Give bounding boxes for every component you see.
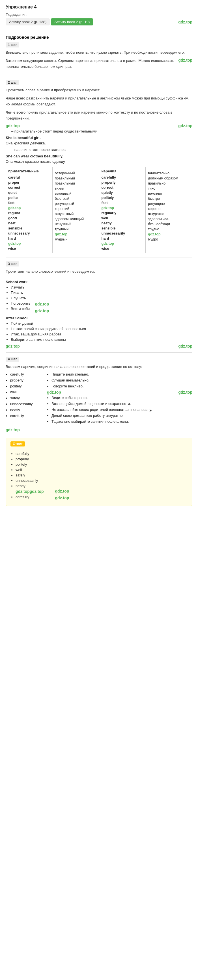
- gdz-watermark-4a: gdz.top: [47, 390, 61, 395]
- gdz-watermark-ans-c: gdz.top: [55, 489, 69, 493]
- vocab-adv-hard-ru: трудно: [148, 227, 190, 232]
- vocab-item-neat-ru: аккуратный: [55, 212, 97, 216]
- answer-right: gdz.top gdz.top: [55, 452, 69, 500]
- gdz-watermark-table4: gdz.top: [102, 205, 144, 210]
- vocab-adv-correct: correct: [102, 185, 144, 190]
- adverb-neatly: neatly: [10, 408, 42, 412]
- gdz-watermark-ans-a: gdz.top: [16, 489, 30, 494]
- adverb-safely: safely: [10, 396, 42, 400]
- step-2-note2: Легче всего понять прилагательное это ил…: [6, 110, 192, 121]
- sentence-5: Возвращайся домой в целости и сохранност…: [51, 402, 192, 406]
- step-3-text: Прочитаем начало словосочетаний и переве…: [6, 269, 192, 275]
- step-1-extra: Закончим следующие советы. Сделаем нареч…: [6, 58, 175, 70]
- vocab-item-unnecessary-ru: ненужный: [55, 221, 97, 227]
- vocab-adv-properly-ru: должным образом: [148, 176, 190, 181]
- answer-item-neatly: neatly: [16, 484, 44, 488]
- vocab-item-proper-ru: правильный: [55, 176, 97, 181]
- vocab-item-regular: regular: [8, 210, 50, 216]
- step-2-bold-sentence2: She can wear clothes beautifully.: [6, 154, 192, 158]
- vocab-item-correct-ru: правильный: [55, 181, 97, 186]
- podzadania-label: Подзадания:: [6, 13, 192, 17]
- step-3-group2-list: Пойти домой Не заставляй своих родителей…: [11, 321, 192, 342]
- vocab-col-adv-ru: внимательно должным образом правильно ти…: [146, 167, 192, 253]
- step-4: 4 шаг Вставим наречия, соединив начала с…: [6, 356, 192, 432]
- sentence-8: Тщательно выбирайте занятия после школы.: [51, 419, 192, 423]
- gdz-watermark-table3: gdz.top: [55, 232, 97, 237]
- list-item-homework: Итак, ваша домашняя работа: [11, 332, 192, 336]
- sentence-3: Говорите вежливо.: [51, 384, 192, 388]
- vocab-col-adj-en: прилагательные careful proper correct qu…: [6, 167, 53, 253]
- vocab-item-unnecessary: unnecessary: [8, 231, 50, 236]
- vocab-item-polite-ru: вежливый: [55, 191, 97, 196]
- answer-item-carefully: carefully: [16, 452, 44, 456]
- step-3-group2-label: After School: [6, 316, 192, 320]
- vocab-adv-politely-ru: вежливо: [148, 191, 190, 196]
- sentence-7: Делай свою домашнюю работу аккуратно.: [51, 414, 192, 418]
- vocab-adv-fast: fast: [102, 200, 144, 205]
- answer-left: carefully properly politely well safely …: [10, 452, 44, 500]
- step-3-group2: After School Пойти домой Не заставляй св…: [6, 316, 192, 342]
- vocab-col-adj-en-header: прилагательные: [8, 169, 50, 173]
- step-2-bold-sentence1: She is beautiful girl.: [6, 136, 192, 140]
- vocab-item-careful-ru: осторожный: [55, 171, 97, 176]
- vocab-col-adj-ru: осторожный правильный правильный тихий в…: [53, 167, 99, 253]
- step-3-badge: 3 шаг: [6, 261, 19, 266]
- vocab-item-fast: fast: [8, 200, 50, 205]
- gdz-watermark-header: gdz.top: [178, 20, 192, 24]
- vocab-item-wise: wise: [8, 246, 50, 251]
- vocab-item-sensible-ru: здравомыслящий: [55, 216, 97, 221]
- step-2-note1: Чаще всего разграничить наречия и прилаг…: [6, 95, 192, 107]
- answer-item-safely: safely: [16, 473, 44, 477]
- step-2-rule2: наречия стоят после глаголов: [11, 148, 192, 152]
- vocab-adv-neatly: neatly: [102, 221, 144, 226]
- gdz-watermark-table5: gdz.top: [102, 241, 144, 246]
- vocab-adv-well: well: [102, 216, 144, 221]
- vocab-item-hard-ru: трудный: [55, 227, 97, 232]
- step-1: 1 шаг Внимательно прочитаем задание, что…: [6, 42, 192, 72]
- vocab-item-quiet: quiet: [8, 190, 50, 195]
- vocab-adv-hard: hard: [102, 236, 144, 241]
- vocab-item-polite: polite: [8, 195, 50, 200]
- adverb-unnecessarily: unnecessarily: [10, 402, 42, 406]
- sentence-4: Ведите себя хорошо.: [51, 396, 192, 400]
- vocab-adv-wise-ru: мудро: [148, 237, 190, 242]
- vocab-adv-sensible-ru: здравомысл.: [148, 216, 190, 221]
- step-2-text: Прочитаем слова в рамке и преобразуем их…: [6, 88, 192, 93]
- adverb-carefully-2: carefully: [10, 414, 42, 418]
- list-item-talk: Поговорить: [11, 301, 30, 305]
- adverb-politely: politely: [10, 384, 42, 388]
- vocab-adv-politely: politely: [102, 195, 144, 200]
- answer-item-properly: properly: [16, 457, 44, 461]
- sentence-6: Не заставляйте своих родителей волновать…: [51, 407, 192, 412]
- vocab-adv-wise: wise: [102, 246, 144, 251]
- answer-item-well: well: [16, 468, 44, 472]
- step-3-group1-label: School work: [6, 280, 30, 284]
- vocab-item-careful: careful: [8, 175, 50, 180]
- vocab-item-hard: hard: [8, 236, 50, 241]
- vocab-adv-carefully-ru: внимательно: [148, 171, 190, 176]
- gdz-watermark-table2: gdz.top: [8, 241, 50, 246]
- vocab-item-correct: correct: [8, 185, 50, 190]
- vocab-adv-sensible: sensible: [102, 226, 144, 231]
- vocab-item-proper: proper: [8, 180, 50, 185]
- vocab-item-fast-ru: быстрый: [55, 196, 97, 201]
- adverb-carefully-1: carefully: [10, 372, 42, 376]
- adverb-well: well: [10, 390, 42, 394]
- step-3: 3 шаг Прочитаем начало словосочетаний и …: [6, 261, 192, 348]
- list-item-listen: Слушать: [11, 296, 30, 300]
- tab-activity-book-138[interactable]: Activity book 2 (p. 138): [6, 18, 50, 25]
- tab-activity-book-19[interactable]: Activity book 2 (p. 19): [51, 18, 93, 25]
- step-3-group1: School work Изучать Писать Слушать Погов…: [6, 277, 30, 313]
- step-1-badge: 1 шаг: [6, 42, 19, 48]
- step-2-translation1: Она красивая девушка.: [6, 141, 192, 145]
- sentence-1: Пишите внимательно.: [51, 372, 192, 376]
- gdz-watermark-2a: gdz.top: [6, 124, 20, 128]
- step-4-text: Вставим наречия, соединив начала словосо…: [6, 364, 192, 370]
- step-1-text: Внимательно прочитаем задание, чтобы пон…: [6, 50, 192, 56]
- step-2-badge: 2 шаг: [6, 80, 19, 85]
- answer-item-carefully-2: carefully: [16, 495, 44, 499]
- step-3-group1-list: Изучать Писать Слушать Поговорить Вести …: [11, 285, 30, 311]
- vocab-adv-well-ru: хорошо: [148, 206, 190, 212]
- vocab-adv-properly: properly: [102, 180, 144, 185]
- answer-section: Ответ carefully properly politely well s…: [6, 438, 192, 506]
